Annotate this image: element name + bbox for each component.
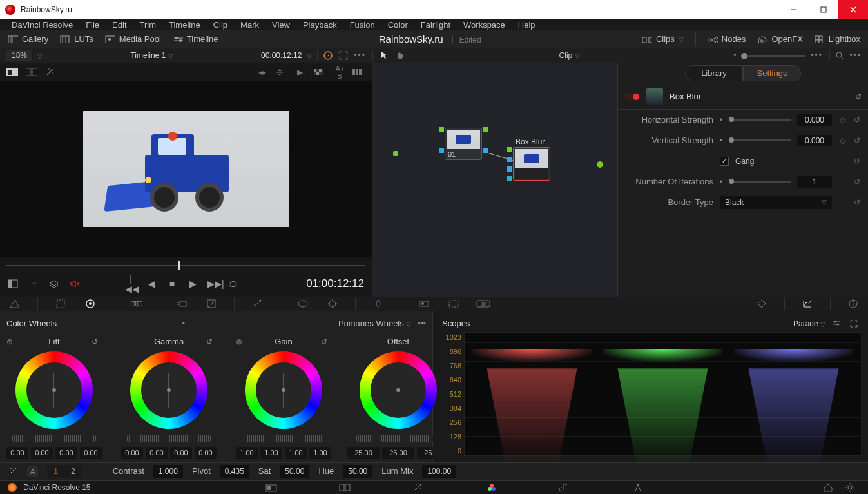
node-handle-green[interactable]: [439, 127, 444, 132]
clips-dropdown[interactable]: Clips ▽: [642, 34, 684, 44]
fullscreen-icon[interactable]: [338, 50, 349, 61]
reset-icon[interactable]: ↺: [206, 337, 217, 346]
gamma-val-0[interactable]: 0.00: [121, 447, 143, 459]
menu-timeline[interactable]: Timeline: [162, 20, 207, 30]
key-icon[interactable]: [417, 298, 431, 310]
reset-icon[interactable]: ↺: [853, 157, 862, 166]
home-icon[interactable]: [823, 483, 838, 492]
mark-in-icon[interactable]: [8, 279, 19, 288]
node-handle-green[interactable]: [483, 127, 488, 132]
node-handle-blue[interactable]: [507, 176, 512, 181]
luts-button[interactable]: LUTs: [60, 34, 93, 44]
pivot-value[interactable]: 0.435: [220, 465, 249, 478]
page-fusion-icon[interactable]: [412, 482, 428, 493]
node-handle-blue[interactable]: [483, 148, 488, 153]
node-01[interactable]: 01: [445, 128, 482, 160]
param-slider[interactable]: [729, 181, 791, 183]
window-close-button[interactable]: [838, 0, 868, 19]
param-slider[interactable]: [729, 119, 791, 121]
layers-icon[interactable]: [49, 279, 61, 288]
checkerboard-icon[interactable]: [314, 69, 327, 75]
border-type-select[interactable]: Black ▽: [720, 196, 832, 209]
stereo-3d-icon[interactable]: 3D: [476, 298, 490, 310]
gallery-button[interactable]: Gallery: [8, 34, 48, 44]
lift-val-0[interactable]: 0.00: [6, 447, 28, 459]
keyframe-icon[interactable]: ◇: [838, 115, 846, 124]
window-icon[interactable]: [296, 298, 310, 310]
param-value[interactable]: 0.000: [797, 114, 832, 126]
gamma-val-2[interactable]: 0.00: [170, 447, 192, 459]
gamma-jog[interactable]: [127, 435, 211, 442]
contrast-value[interactable]: 1.000: [153, 465, 183, 478]
transport-timecode[interactable]: 01:00:12:12: [306, 277, 364, 290]
gang-checkbox[interactable]: ✓: [720, 157, 729, 166]
qualifier-icon[interactable]: [250, 298, 264, 310]
motion-effects-icon[interactable]: [175, 298, 189, 310]
clip-dropdown[interactable]: Clip ▽: [410, 51, 728, 60]
menu-workspace[interactable]: Workspace: [457, 20, 512, 30]
offset-val-1[interactable]: 25.00: [382, 447, 414, 459]
gain-val-3[interactable]: 1.00: [309, 447, 331, 459]
preview-area[interactable]: [0, 81, 372, 257]
page-edit-icon[interactable]: [339, 483, 354, 492]
page-1[interactable]: 1: [47, 465, 64, 478]
zoom-level[interactable]: 18%: [6, 50, 32, 61]
dual-viewer-icon[interactable]: [26, 68, 39, 76]
more-menu-icon[interactable]: •••: [811, 51, 823, 60]
page-deliver-icon[interactable]: [633, 482, 648, 493]
next-edit-icon[interactable]: ▶|: [294, 68, 307, 77]
offset-jog[interactable]: [356, 435, 440, 442]
tab-library[interactable]: Library: [685, 65, 743, 81]
color-match-icon[interactable]: [53, 298, 68, 310]
go-end-icon[interactable]: ▶▶|: [207, 279, 219, 289]
pointer-tool-icon[interactable]: [380, 50, 390, 61]
menu-view[interactable]: View: [265, 20, 296, 30]
openfx-button[interactable]: fx OpenFX: [757, 34, 802, 44]
grid-view-icon[interactable]: [352, 69, 365, 75]
stop-icon[interactable]: ■: [166, 279, 178, 289]
menu-file[interactable]: File: [79, 20, 106, 30]
more-menu-icon[interactable]: •••: [418, 319, 426, 328]
magic-wand-icon[interactable]: [45, 68, 58, 77]
sat-value[interactable]: 50.00: [280, 465, 309, 478]
chevron-down-icon[interactable]: ▽: [28, 281, 40, 287]
keyframes-icon[interactable]: [755, 298, 769, 310]
offset-val-0[interactable]: 25.00: [347, 447, 380, 459]
keyframe-icon[interactable]: ◇: [838, 136, 846, 145]
more-menu-icon[interactable]: •••: [354, 51, 366, 60]
picker-icon[interactable]: ⊕: [6, 337, 17, 346]
media-pool-button[interactable]: Media Pool: [105, 34, 161, 44]
menu-mark[interactable]: Mark: [234, 20, 265, 30]
node-handle-blue[interactable]: [507, 157, 512, 162]
offset-color-wheel[interactable]: [360, 351, 437, 429]
effect-enable-toggle[interactable]: [624, 93, 640, 101]
lift-jog[interactable]: [12, 435, 96, 442]
menu-davinci[interactable]: DaVinci Resolve: [5, 20, 79, 30]
gamma-val-1[interactable]: 0.00: [146, 447, 168, 459]
scopes-mode-dropdown[interactable]: Parade ▽: [793, 319, 825, 328]
tab-settings[interactable]: Settings: [743, 65, 801, 81]
playhead-icon[interactable]: [178, 261, 180, 270]
camera-raw-icon[interactable]: [8, 298, 22, 310]
param-slider[interactable]: [729, 139, 791, 141]
nodes-button[interactable]: Nodes: [708, 34, 746, 44]
more-menu-icon[interactable]: •••: [849, 51, 862, 60]
ab-compare-button[interactable]: A / B: [333, 64, 346, 80]
reset-icon[interactable]: ↺: [855, 92, 862, 101]
graph-input-port[interactable]: [393, 151, 398, 156]
reset-icon[interactable]: ↺: [853, 198, 862, 207]
page-media-icon[interactable]: [265, 483, 281, 492]
loop-icon[interactable]: [228, 279, 240, 288]
node-zoom-slider[interactable]: [741, 55, 805, 57]
lift-color-wheel[interactable]: [15, 351, 93, 429]
hand-tool-icon[interactable]: [395, 50, 405, 61]
gain-jog[interactable]: [242, 435, 325, 442]
gain-val-2[interactable]: 1.00: [285, 447, 307, 459]
search-icon[interactable]: [835, 50, 844, 61]
picker-icon[interactable]: ⊕: [236, 337, 246, 346]
node-boxblur[interactable]: [513, 147, 550, 181]
tracker-icon[interactable]: [325, 298, 340, 310]
lift-val-3[interactable]: 0.00: [80, 447, 102, 459]
menu-color[interactable]: Color: [381, 20, 414, 30]
single-viewer-icon[interactable]: [6, 68, 19, 76]
